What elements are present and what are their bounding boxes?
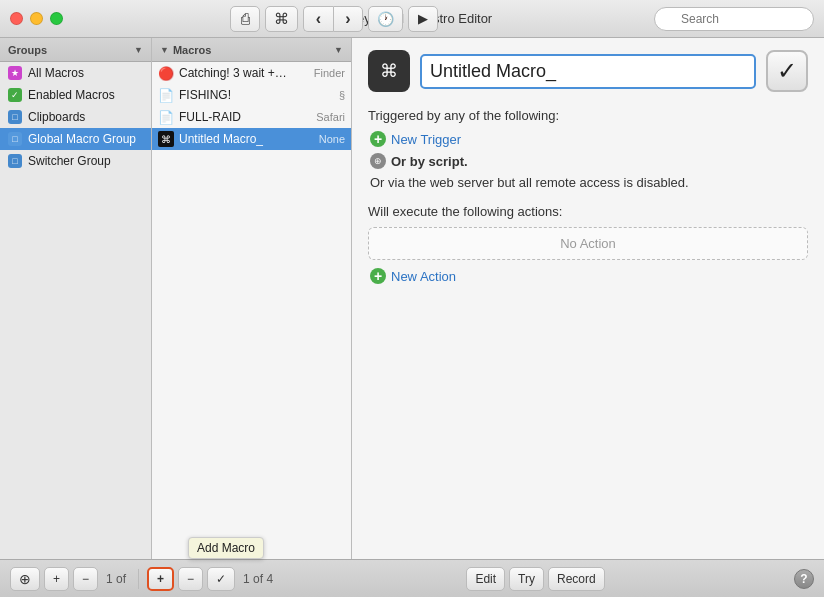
sidebar-item-enabled-macros[interactable]: ✓ Enabled Macros [0,84,151,106]
switcher-group-icon: □ [8,154,22,168]
fishing-label: FISHING! [179,88,231,102]
all-macros-icon: ★ [8,66,22,80]
clock-button[interactable]: 🕐 [368,6,403,32]
new-action-label[interactable]: New Action [391,269,456,284]
search-wrap: 🔍 [654,7,814,31]
catching-label: Catching! 3 wait +… [179,66,287,80]
will-execute-label: Will execute the following actions: [368,204,808,219]
fishing-shortcut: § [339,89,345,101]
confirm-button[interactable]: ✓ [766,50,808,92]
sidebar-item-all-macros[interactable]: ★ All Macros [0,62,151,84]
main-toolbar: ⎙ ⌘ ‹ › 🕐 ▶ 🔍 [0,0,824,37]
macro-item-fishing[interactable]: 📄 FISHING! § [152,84,351,106]
full-raid-label: FULL-RAID [179,110,241,124]
macro-name-row: ⌘ ✓ [368,50,808,92]
add-macro-button[interactable]: + [147,567,174,591]
macro-item-catching[interactable]: 🔴 Catching! 3 wait +… Finder [152,62,351,84]
macros-filter-icon: ▼ [334,45,343,55]
macro-cmd-symbol: ⌘ [380,60,398,82]
nav-buttons: ‹ › [303,6,363,32]
macros-label: Macros [173,44,212,56]
groups-filter-icon: ▼ [134,45,143,55]
switcher-group-label: Switcher Group [28,154,111,168]
macro-icon-large: ⌘ [368,50,410,92]
play-button[interactable]: ▶ [408,6,438,32]
clipboards-icon: □ [8,110,22,124]
or-by-script-row: ⊕ Or by script. [368,153,808,169]
full-raid-shortcut: Safari [316,111,345,123]
macros-sort-icon: ▼ [160,45,169,55]
or-by-script-label: Or by script. [391,154,468,169]
add-trigger-row: + New Trigger [368,131,808,147]
back-button[interactable]: ‹ [303,6,333,32]
main-area: Groups ▼ ★ All Macros ✓ Enabled Macros □… [0,38,824,559]
add-trigger-icon[interactable]: + [370,131,386,147]
remove-macro-button[interactable]: − [178,567,203,591]
triggered-label: Triggered by any of the following: [368,108,808,123]
no-action-box: No Action [368,227,808,260]
sidebar-item-switcher-group[interactable]: □ Switcher Group [0,150,151,172]
untitled-macro-label: Untitled Macro_ [179,132,263,146]
groups-label: Groups [8,44,47,56]
titlebar: ⎙ ⌘ ‹ › 🕐 ▶ 🔍 ⌘ Keyboard Maestro Editor [0,0,824,38]
check-macro-button[interactable]: ✓ [207,567,235,591]
macro-item-untitled[interactable]: ⌘ Untitled Macro_ None [152,128,351,150]
macros-panel: ▼ Macros ▼ 🔴 Catching! 3 wait +… Finder … [152,38,352,559]
macro-count: 1 of 4 [239,572,277,586]
separator-1 [138,569,139,589]
group-count: 1 of [102,572,130,586]
script-icon: ⊕ [370,153,386,169]
new-trigger-label[interactable]: New Trigger [391,132,461,147]
sidebar-item-global-macro-group[interactable]: □ Global Macro Group [0,128,151,150]
remove-group-button[interactable]: − [73,567,98,591]
add-action-icon[interactable]: + [370,268,386,284]
add-group-button[interactable]: + [44,567,69,591]
remote-access-text: Or via the web server but all remote acc… [368,175,808,190]
help-button[interactable]: ? [794,569,814,589]
groups-header: Groups ▼ [0,38,151,62]
no-action-label: No Action [560,236,616,251]
bottom-toolbar: ⊕ + − 1 of + − ✓ 1 of 4 Edit Try Record … [0,559,824,597]
macro-item-full-raid[interactable]: 📄 FULL-RAID Safari [152,106,351,128]
macros-header: ▼ Macros ▼ [152,38,351,62]
catching-shortcut: Finder [314,67,345,79]
fishing-icon: 📄 [158,88,174,103]
edit-button[interactable]: Edit [466,567,505,591]
forward-button[interactable]: › [333,6,363,32]
checkmark-icon: ✓ [777,57,797,85]
clipboards-label: Clipboards [28,110,85,124]
globe-button[interactable]: ⊕ [10,567,40,591]
all-macros-label: All Macros [28,66,84,80]
share-button[interactable]: ⎙ [230,6,260,32]
enabled-macros-icon: ✓ [8,88,22,102]
global-macro-group-icon: □ [8,132,22,146]
add-action-row: + New Action [368,268,808,284]
search-input[interactable] [654,7,814,31]
catching-icon: 🔴 [158,66,174,81]
detail-panel: ⌘ ✓ Triggered by any of the following: +… [352,38,824,559]
add-macro-tooltip: Add Macro [188,537,264,559]
untitled-macro-icon: ⌘ [158,131,174,147]
try-button[interactable]: Try [509,567,544,591]
sidebar-item-clipboards[interactable]: □ Clipboards [0,106,151,128]
enabled-macros-label: Enabled Macros [28,88,115,102]
groups-panel: Groups ▼ ★ All Macros ✓ Enabled Macros □… [0,38,152,559]
cmd-button[interactable]: ⌘ [265,6,298,32]
macro-name-input[interactable] [420,54,756,89]
record-button[interactable]: Record [548,567,605,591]
untitled-macro-shortcut: None [319,133,345,145]
global-macro-group-label: Global Macro Group [28,132,136,146]
full-raid-icon: 📄 [158,110,174,125]
